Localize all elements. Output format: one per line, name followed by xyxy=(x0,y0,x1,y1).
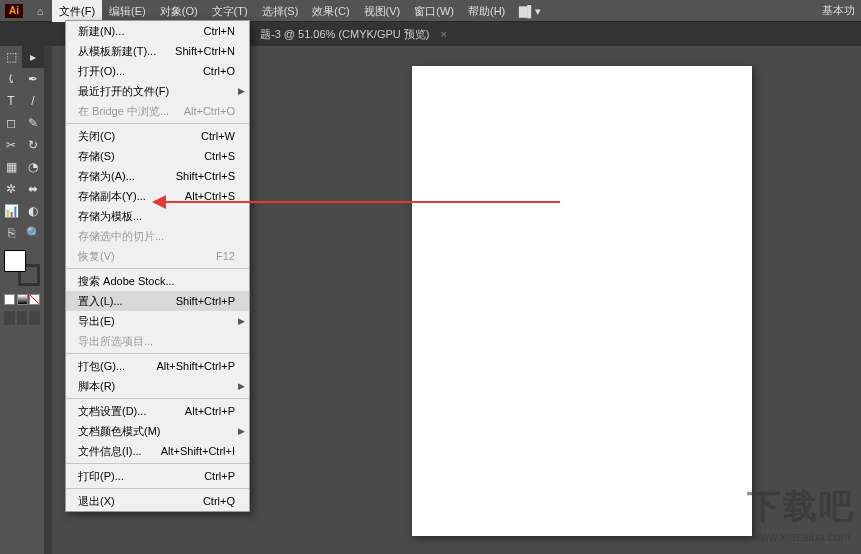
tool-4[interactable]: T xyxy=(0,90,22,112)
tool-1[interactable]: ▸ xyxy=(22,46,44,68)
menu-item-文档颜色模式(M)[interactable]: 文档颜色模式(M)▶ xyxy=(66,421,249,441)
menu-帮助(H)[interactable]: 帮助(H) xyxy=(461,0,512,22)
menu-item-打开(O)...[interactable]: 打开(O)...Ctrl+O xyxy=(66,61,249,81)
menu-视图(V)[interactable]: 视图(V) xyxy=(357,0,408,22)
draw-mode-icon[interactable] xyxy=(29,311,40,325)
menu-item-label: 存储为模板... xyxy=(78,208,142,224)
tool-0[interactable]: ⬚ xyxy=(0,46,22,68)
menu-item-label: 文档设置(D)... xyxy=(78,403,146,419)
menu-效果(C)[interactable]: 效果(C) xyxy=(305,0,356,22)
workspace-label[interactable]: 基本功 xyxy=(822,3,861,18)
tool-2[interactable]: ⤹ xyxy=(0,68,22,90)
file-menu-dropdown: 新建(N)...Ctrl+N从模板新建(T)...Shift+Ctrl+N打开(… xyxy=(65,20,250,512)
tab-title: 题-3 @ 51.06% (CMYK/GPU 预览) xyxy=(260,28,429,40)
menu-选择(S)[interactable]: 选择(S) xyxy=(255,0,306,22)
menu-文字(T)[interactable]: 文字(T) xyxy=(205,0,255,22)
menu-item-shortcut: Shift+Ctrl+P xyxy=(176,293,235,309)
menu-item-label: 导出(E) xyxy=(78,313,115,329)
menu-item-文件信息(I)...[interactable]: 文件信息(I)...Alt+Shift+Ctrl+I xyxy=(66,441,249,461)
menu-item-shortcut: Ctrl+P xyxy=(204,468,235,484)
submenu-arrow-icon: ▶ xyxy=(238,423,245,439)
annotation-arrow-head xyxy=(152,195,166,209)
menu-item-label: 文件信息(I)... xyxy=(78,443,142,459)
menu-item-shortcut: Shift+Ctrl+N xyxy=(175,43,235,59)
menu-item-shortcut: Ctrl+N xyxy=(204,23,235,39)
menu-item-shortcut: Alt+Shift+Ctrl+I xyxy=(161,443,235,459)
tool-13[interactable]: ⬌ xyxy=(22,178,44,200)
artboard[interactable] xyxy=(412,66,752,536)
menu-item-label: 最近打开的文件(F) xyxy=(78,83,169,99)
menu-▇▌▾[interactable]: ▇▌▾ xyxy=(512,0,548,22)
menu-item-shortcut: Ctrl+S xyxy=(204,148,235,164)
menu-item-label: 打开(O)... xyxy=(78,63,125,79)
menu-item-脚本(R)[interactable]: 脚本(R)▶ xyxy=(66,376,249,396)
menu-item-label: 退出(X) xyxy=(78,493,115,509)
document-tab[interactable]: 题-3 @ 51.06% (CMYK/GPU 预览) × xyxy=(250,27,457,42)
annotation-arrow-line xyxy=(160,201,560,203)
menu-item-label: 关闭(C) xyxy=(78,128,115,144)
tool-10[interactable]: ▦ xyxy=(0,156,22,178)
menu-item-打印(P)...[interactable]: 打印(P)...Ctrl+P xyxy=(66,466,249,486)
menu-separator xyxy=(66,268,249,269)
tool-6[interactable]: ◻ xyxy=(0,112,22,134)
home-icon[interactable]: ⌂ xyxy=(28,5,52,17)
menu-文件(F)[interactable]: 文件(F) xyxy=(52,0,102,22)
fill-swatch[interactable] xyxy=(4,250,26,272)
menu-item-label: 打印(P)... xyxy=(78,468,124,484)
panel-collapse-handle[interactable] xyxy=(44,46,52,554)
menu-item-shortcut: Shift+Ctrl+S xyxy=(176,168,235,184)
menu-窗口(W)[interactable]: 窗口(W) xyxy=(407,0,461,22)
menu-item-label: 导出所选项目... xyxy=(78,333,153,349)
menu-separator xyxy=(66,488,249,489)
menu-item-最近打开的文件(F)[interactable]: 最近打开的文件(F)▶ xyxy=(66,81,249,101)
menu-item-新建(N)...[interactable]: 新建(N)...Ctrl+N xyxy=(66,21,249,41)
menu-separator xyxy=(66,463,249,464)
menu-item-label: 置入(L)... xyxy=(78,293,123,309)
tool-16[interactable]: ⎘ xyxy=(0,222,22,244)
menu-item-label: 存储(S) xyxy=(78,148,115,164)
menu-对象(O)[interactable]: 对象(O) xyxy=(153,0,205,22)
menu-item-退出(X)[interactable]: 退出(X)Ctrl+Q xyxy=(66,491,249,511)
tool-8[interactable]: ✂ xyxy=(0,134,22,156)
draw-mode-icon[interactable] xyxy=(4,311,15,325)
tool-7[interactable]: ✎ xyxy=(22,112,44,134)
menu-separator xyxy=(66,353,249,354)
close-tab-icon[interactable]: × xyxy=(441,28,447,40)
menu-separator xyxy=(66,398,249,399)
screen-mode-row xyxy=(4,311,40,325)
menu-item-文档设置(D)...[interactable]: 文档设置(D)...Alt+Ctrl+P xyxy=(66,401,249,421)
menu-item-label: 脚本(R) xyxy=(78,378,115,394)
tool-9[interactable]: ↻ xyxy=(22,134,44,156)
color-swatches[interactable] xyxy=(4,250,40,286)
menu-item-关闭(C)[interactable]: 关闭(C)Ctrl+W xyxy=(66,126,249,146)
menu-item-存储(S)[interactable]: 存储(S)Ctrl+S xyxy=(66,146,249,166)
menu-item-打包(G)...[interactable]: 打包(G)...Alt+Shift+Ctrl+P xyxy=(66,356,249,376)
tool-14[interactable]: 📊 xyxy=(0,200,22,222)
ai-logo-icon: Ai xyxy=(5,4,23,18)
menu-item-shortcut: Ctrl+Q xyxy=(203,493,235,509)
tool-12[interactable]: ✲ xyxy=(0,178,22,200)
menu-item-shortcut: Alt+Ctrl+P xyxy=(185,403,235,419)
solid-color-icon[interactable] xyxy=(4,294,15,305)
menu-item-shortcut: F12 xyxy=(216,248,235,264)
menu-item-导出(E)[interactable]: 导出(E)▶ xyxy=(66,311,249,331)
menu-bar: 文件(F)编辑(E)对象(O)文字(T)选择(S)效果(C)视图(V)窗口(W)… xyxy=(52,0,548,22)
menu-item-置入(L)...[interactable]: 置入(L)...Shift+Ctrl+P xyxy=(66,291,249,311)
title-bar: Ai ⌂ 文件(F)编辑(E)对象(O)文字(T)选择(S)效果(C)视图(V)… xyxy=(0,0,861,22)
menu-item-从模板新建(T)...[interactable]: 从模板新建(T)...Shift+Ctrl+N xyxy=(66,41,249,61)
draw-mode-icon[interactable] xyxy=(17,311,28,325)
menu-item-搜索 Adobe Stock...[interactable]: 搜索 Adobe Stock... xyxy=(66,271,249,291)
tool-11[interactable]: ◔ xyxy=(22,156,44,178)
menu-item-label: 文档颜色模式(M) xyxy=(78,423,161,439)
tool-5[interactable]: / xyxy=(22,90,44,112)
tool-15[interactable]: ◐ xyxy=(22,200,44,222)
gradient-icon[interactable] xyxy=(17,294,28,305)
menu-item-存储为模板...[interactable]: 存储为模板... xyxy=(66,206,249,226)
tool-17[interactable]: 🔍 xyxy=(22,222,44,244)
tool-3[interactable]: ✒ xyxy=(22,68,44,90)
menu-编辑(E)[interactable]: 编辑(E) xyxy=(102,0,153,22)
tool-grid: ⬚▸⤹✒T/◻✎✂↻▦◔✲⬌📊◐⎘🔍 xyxy=(0,46,44,244)
menu-item-label: 新建(N)... xyxy=(78,23,124,39)
menu-item-存储为(A)...[interactable]: 存储为(A)...Shift+Ctrl+S xyxy=(66,166,249,186)
none-color-icon[interactable] xyxy=(29,294,40,305)
